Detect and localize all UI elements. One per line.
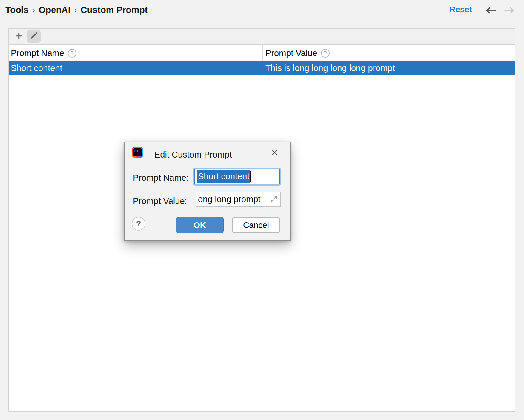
column-header-prompt-value[interactable]: Prompt Value ?	[263, 45, 515, 61]
prompt-name-input[interactable]: Short content	[193, 168, 281, 186]
help-circle-icon[interactable]: ?	[321, 49, 330, 58]
prompt-value-input[interactable]: ong long prompt	[196, 192, 281, 207]
edit-prompt-button[interactable]	[27, 30, 41, 43]
dialog-help-button[interactable]: ?	[132, 217, 145, 231]
back-arrow-icon[interactable]	[485, 7, 497, 14]
expand-diagonal-icon[interactable]	[270, 195, 278, 203]
ok-button[interactable]: OK	[176, 217, 224, 233]
help-circle-icon[interactable]: ?	[68, 49, 76, 58]
cell-prompt-value: This is long long long long prompt	[263, 63, 515, 73]
breadcrumb-separator: ›	[74, 6, 77, 14]
dialog-title: Edit Custom Prompt	[154, 150, 232, 160]
column-header-prompt-name[interactable]: Prompt Name ?	[9, 45, 263, 61]
intellij-idea-icon: IJ	[132, 147, 143, 158]
prompt-name-label: Prompt Name:	[133, 173, 189, 183]
table-toolbar	[9, 29, 515, 45]
breadcrumb-separator: ›	[33, 6, 35, 14]
table-row-selected[interactable]: Short content This is long long long lon…	[9, 61, 515, 75]
prompt-value-label: Prompt Value:	[133, 196, 187, 206]
column-label: Prompt Value	[265, 48, 317, 58]
cancel-button[interactable]: Cancel	[232, 217, 280, 233]
text-caret	[250, 171, 251, 182]
reset-button[interactable]: Reset	[449, 5, 472, 14]
forward-arrow-icon[interactable]	[504, 7, 515, 14]
breadcrumb-item-openai[interactable]: OpenAI	[39, 5, 70, 15]
plus-icon	[14, 31, 24, 42]
add-prompt-button[interactable]	[12, 30, 26, 43]
breadcrumb-item-custom-prompt: Custom Prompt	[81, 5, 148, 15]
input-text: ong long prompt	[198, 194, 270, 204]
pencil-icon	[30, 32, 38, 41]
edit-custom-prompt-dialog: IJ Edit Custom Prompt Prompt Name: Short…	[124, 142, 291, 241]
breadcrumb-item-tools[interactable]: Tools	[5, 5, 29, 15]
close-icon[interactable]	[271, 148, 279, 157]
breadcrumb: Tools › OpenAI › Custom Prompt	[5, 5, 148, 15]
cell-prompt-name: Short content	[9, 63, 263, 73]
table-header-row: Prompt Name ? Prompt Value ?	[9, 45, 515, 61]
column-label: Prompt Name	[11, 48, 64, 58]
selected-input-text: Short content	[197, 170, 250, 183]
